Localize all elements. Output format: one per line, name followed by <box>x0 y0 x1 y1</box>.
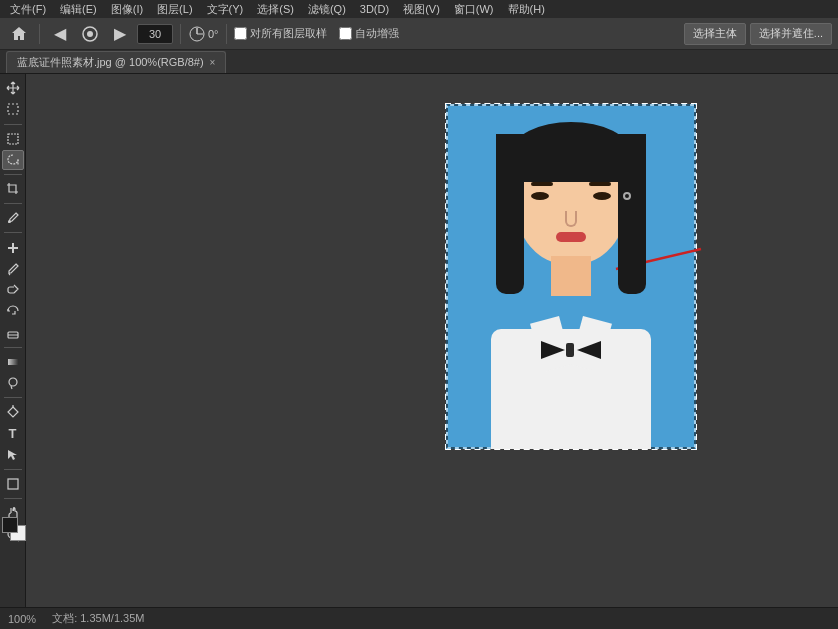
separator-3 <box>226 24 227 44</box>
tool-separator-8 <box>4 498 22 499</box>
auto-enhance-checkbox-wrap[interactable]: 自动增强 <box>339 26 399 41</box>
history-brush-icon <box>6 304 20 318</box>
bowtie-right <box>577 341 601 359</box>
eye-left <box>531 192 549 200</box>
svg-rect-14 <box>8 479 18 489</box>
color-swatches[interactable] <box>2 517 28 541</box>
select-subject-button[interactable]: 选择主体 <box>684 23 746 45</box>
svg-point-13 <box>9 378 17 386</box>
auto-enhance-label: 自动增强 <box>355 26 399 41</box>
canvas-area <box>26 74 838 607</box>
clone-stamp-icon <box>6 283 20 297</box>
tool-shape[interactable] <box>2 474 24 494</box>
menu-edit[interactable]: 编辑(E) <box>54 0 103 18</box>
svg-point-1 <box>87 31 93 37</box>
brush-icon <box>6 262 20 276</box>
tool-healing[interactable] <box>2 237 24 257</box>
tool-separator-3 <box>4 203 22 204</box>
eye-right <box>593 192 611 200</box>
angle-wrap: 0° <box>188 25 219 43</box>
brush-size-input[interactable] <box>137 24 173 44</box>
eyes <box>531 192 611 200</box>
tab-filename: 蓝底证件照素材.jpg @ 100%(RGB/8#) <box>17 55 204 70</box>
svg-rect-6 <box>8 134 18 144</box>
lips <box>556 232 586 242</box>
menu-filter[interactable]: 滤镜(Q) <box>302 0 352 18</box>
tab-close-button[interactable]: × <box>210 57 216 68</box>
photo-container <box>446 104 696 449</box>
auto-enhance-checkbox[interactable] <box>339 27 352 40</box>
menu-window[interactable]: 窗口(W) <box>448 0 500 18</box>
bowtie <box>541 341 601 359</box>
tool-eraser[interactable] <box>2 323 24 343</box>
eyedropper-icon <box>6 211 20 225</box>
tool-gradient[interactable] <box>2 352 24 372</box>
foreground-color-swatch[interactable] <box>2 517 18 533</box>
lasso-icon <box>6 153 20 167</box>
tab-photo[interactable]: 蓝底证件照素材.jpg @ 100%(RGB/8#) × <box>6 51 226 73</box>
separator-1 <box>39 24 40 44</box>
move-icon <box>6 81 20 95</box>
eyebrows <box>531 182 611 186</box>
select-and-mask-button[interactable]: 选择并遮住... <box>750 23 832 45</box>
hair-right <box>618 134 646 294</box>
hair-top <box>512 122 630 182</box>
increase-size-button[interactable]: ▶ <box>107 22 133 46</box>
tool-crop[interactable] <box>2 179 24 199</box>
shape-icon <box>6 477 20 491</box>
tool-brush[interactable] <box>2 259 24 279</box>
tool-separator-2 <box>4 174 22 175</box>
menu-image[interactable]: 图像(I) <box>105 0 149 18</box>
marquee-rect-icon <box>6 132 20 146</box>
angle-value: 0° <box>208 28 219 40</box>
home-button[interactable] <box>6 22 32 46</box>
pen-icon <box>6 405 20 419</box>
tool-clone-stamp[interactable] <box>2 280 24 300</box>
tool-marquee-rect[interactable] <box>2 128 24 148</box>
all-layers-checkbox[interactable] <box>234 27 247 40</box>
neck <box>551 256 591 296</box>
options-toolbar: ◀ ▶ 0° 对所有图层取样 自动增强 选择主体 选择并遮住... <box>0 18 838 50</box>
menu-help[interactable]: 帮助(H) <box>502 0 551 18</box>
brush-preset-button[interactable] <box>77 22 103 46</box>
dodge-icon <box>6 376 20 390</box>
all-layers-checkbox-wrap[interactable]: 对所有图层取样 <box>234 26 327 41</box>
menu-layer[interactable]: 图层(L) <box>151 0 198 18</box>
tool-move[interactable] <box>2 78 24 98</box>
menu-file[interactable]: 文件(F) <box>4 0 52 18</box>
tool-separator-5 <box>4 347 22 348</box>
menu-bar: 文件(F) 编辑(E) 图像(I) 图层(L) 文字(Y) 选择(S) 滤镜(Q… <box>0 0 838 18</box>
svg-rect-5 <box>8 104 18 114</box>
bowtie-left <box>541 341 565 359</box>
svg-point-8 <box>8 220 11 223</box>
earring <box>623 192 631 200</box>
id-photo[interactable] <box>446 104 696 449</box>
menu-text[interactable]: 文字(Y) <box>201 0 250 18</box>
doc-size: 文档: 1.35M/1.35M <box>52 611 144 626</box>
svg-rect-12 <box>8 359 18 365</box>
menu-view[interactable]: 视图(V) <box>397 0 446 18</box>
bowtie-center <box>566 343 574 357</box>
tool-path-select[interactable] <box>2 445 24 465</box>
main-area: T <box>0 74 838 607</box>
hair-left <box>496 134 524 294</box>
menu-3d[interactable]: 3D(D) <box>354 0 395 18</box>
tool-separator-6 <box>4 397 22 398</box>
path-select-icon <box>6 448 20 462</box>
tool-eyedropper[interactable] <box>2 208 24 228</box>
tool-separator-7 <box>4 469 22 470</box>
menu-select[interactable]: 选择(S) <box>251 0 300 18</box>
tool-separator-4 <box>4 232 22 233</box>
tool-pen[interactable] <box>2 402 24 422</box>
status-bar: 100% 文档: 1.35M/1.35M <box>0 607 838 629</box>
tool-text[interactable]: T <box>2 423 24 443</box>
tool-history-brush[interactable] <box>2 301 24 321</box>
tool-dodge[interactable] <box>2 373 24 393</box>
decrease-size-button[interactable]: ◀ <box>47 22 73 46</box>
healing-icon <box>6 241 20 255</box>
tool-lasso[interactable] <box>2 150 24 170</box>
left-toolbar: T <box>0 74 26 607</box>
tool-artboard[interactable] <box>2 99 24 119</box>
all-layers-label: 对所有图层取样 <box>250 26 327 41</box>
gradient-icon <box>6 355 20 369</box>
